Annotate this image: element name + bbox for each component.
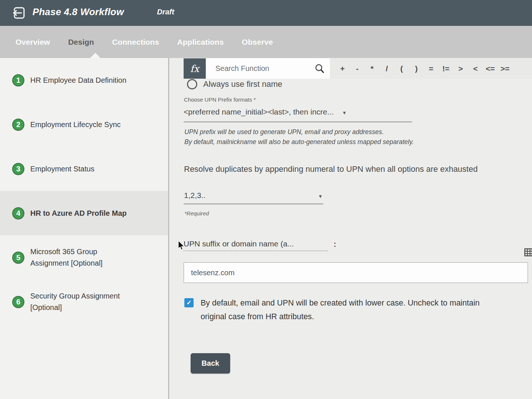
fx-function-icon: fx bbox=[184, 58, 206, 79]
required-note: *Required bbox=[184, 210, 209, 216]
operator-less-equal-button[interactable]: <= bbox=[483, 64, 498, 73]
upn-prefix-format-label: Choose UPN Prefix formats * bbox=[184, 96, 256, 103]
step-number-badge: 6 bbox=[12, 296, 24, 308]
operator-plus-button[interactable]: + bbox=[335, 64, 350, 73]
design-step-panel: fx + - * / ( ) = != > < bbox=[169, 58, 532, 399]
search-input[interactable] bbox=[206, 58, 330, 79]
sidebar-item-security-group-assignment[interactable]: 6 Security Group Assignment [Optional] bbox=[0, 280, 168, 324]
operator-minus-button[interactable]: - bbox=[350, 64, 365, 73]
upn-prefix-select-underline bbox=[184, 122, 412, 122]
workflow-steps-sidebar: 1 HR Employee Data Definition 2 Employme… bbox=[0, 58, 169, 399]
upn-suffix-colon: : bbox=[334, 240, 336, 249]
always-use-first-name-radio[interactable] bbox=[187, 79, 197, 89]
search-icon bbox=[314, 64, 325, 75]
operator-greater-button[interactable]: > bbox=[453, 64, 468, 73]
tab-connections[interactable]: Connections bbox=[112, 38, 159, 47]
step-label: HR Employee Data Definition bbox=[30, 75, 126, 86]
lowercase-checkbox-label: By default, email and UPN will be create… bbox=[201, 296, 480, 324]
function-search bbox=[206, 58, 330, 79]
duplicate-numbering-value: 1,2,3.. bbox=[184, 191, 205, 200]
duplicate-select-underline bbox=[184, 204, 323, 204]
app-header: Phase 4.8 Workflow Draft bbox=[0, 0, 532, 26]
upn-prefix-selected-value: <preferred name_initial><last>, then inc… bbox=[184, 108, 334, 116]
step-label: Security Group Assignment [Optional] bbox=[30, 290, 130, 313]
tab-bar: Overview Design Connections Applications… bbox=[0, 26, 532, 58]
step-label: Microsoft 365 Group Assignment [Optional… bbox=[30, 246, 130, 269]
upn-suffix-domain-input[interactable] bbox=[184, 262, 528, 283]
tab-design[interactable]: Design bbox=[68, 38, 94, 47]
upn-suffix-label: UPN suffix or domain name (a... bbox=[184, 239, 328, 251]
help-line-1: UPN prefix will be used to generate UPN,… bbox=[184, 127, 414, 137]
operator-buttons: + - * / ( ) = != > < <= >= bbox=[330, 58, 512, 79]
tab-observe[interactable]: Observe bbox=[242, 38, 273, 47]
operator-multiply-button[interactable]: * bbox=[365, 64, 379, 73]
status-badge: Draft bbox=[157, 8, 174, 16]
chevron-down-icon: ▼ bbox=[342, 110, 347, 116]
step-label: Employment Lifecycle Sync bbox=[30, 119, 121, 130]
operator-close-paren-button[interactable]: ) bbox=[409, 64, 424, 73]
operator-greater-equal-button[interactable]: >= bbox=[498, 64, 512, 73]
step-label: HR to Azure AD Profile Map bbox=[30, 208, 127, 219]
sidebar-item-employment-lifecycle-sync[interactable]: 2 Employment Lifecycle Sync bbox=[0, 102, 168, 147]
sidebar-item-hr-to-azure-ad-profile-map[interactable]: 4 HR to Azure AD Profile Map bbox=[0, 191, 168, 235]
step-number-badge: 2 bbox=[12, 119, 24, 131]
operator-equals-button[interactable]: = bbox=[424, 64, 439, 73]
step-number-badge: 4 bbox=[12, 207, 24, 219]
resolve-duplicates-label: Resolve duplicates by appending numeral … bbox=[184, 164, 478, 174]
step-label: Employment Status bbox=[30, 163, 94, 175]
back-exit-icon[interactable] bbox=[12, 6, 26, 20]
main-area: 1 HR Employee Data Definition 2 Employme… bbox=[0, 58, 532, 399]
help-line-2: By default, mailnickname will also be au… bbox=[184, 137, 414, 147]
upn-prefix-help-text: UPN prefix will be used to generate UPN,… bbox=[184, 127, 414, 147]
workflow-title: Phase 4.8 Workflow bbox=[33, 6, 124, 18]
operator-less-button[interactable]: < bbox=[468, 64, 483, 73]
sidebar-item-m365-group-assignment[interactable]: 5 Microsoft 365 Group Assignment [Option… bbox=[0, 235, 168, 280]
lowercase-label-line-2: original case from HR attributes. bbox=[201, 310, 480, 324]
lowercase-label-line-1: By default, email and UPN will be create… bbox=[201, 296, 480, 310]
tab-overview[interactable]: Overview bbox=[16, 38, 50, 47]
upn-suffix-field-label-wrap: UPN suffix or domain name (a... bbox=[184, 239, 328, 251]
active-tab-caret bbox=[90, 53, 100, 58]
step-number-badge: 5 bbox=[12, 252, 24, 264]
operator-not-equals-button[interactable]: != bbox=[439, 64, 453, 73]
function-toolbar: fx + - * / ( ) = != > < bbox=[184, 58, 532, 79]
back-button[interactable]: Back bbox=[191, 353, 230, 374]
step-number-badge: 1 bbox=[12, 74, 24, 86]
lowercase-checkbox[interactable]: ✓ bbox=[184, 298, 194, 307]
tab-applications[interactable]: Applications bbox=[177, 38, 224, 47]
upn-prefix-format-select[interactable]: <preferred name_initial><last>, then inc… bbox=[184, 108, 347, 116]
operator-divide-button[interactable]: / bbox=[379, 64, 394, 73]
operator-open-paren-button[interactable]: ( bbox=[394, 64, 409, 73]
table-grid-icon[interactable] bbox=[524, 248, 532, 258]
chevron-down-icon: ▼ bbox=[318, 194, 323, 199]
duplicate-numbering-select[interactable]: 1,2,3.. ▼ bbox=[184, 191, 323, 200]
radio-option-label: Always use first name bbox=[203, 79, 282, 89]
step-number-badge: 3 bbox=[12, 163, 24, 175]
sidebar-item-employment-status[interactable]: 3 Employment Status bbox=[0, 147, 168, 191]
sidebar-item-hr-employee-data-definition[interactable]: 1 HR Employee Data Definition bbox=[0, 58, 168, 102]
